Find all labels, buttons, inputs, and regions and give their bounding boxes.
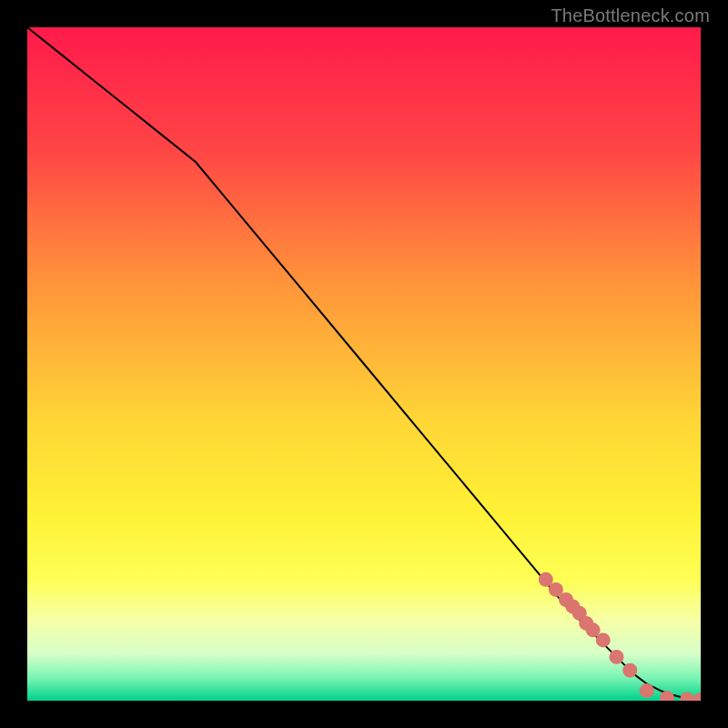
marker-dot <box>610 650 624 664</box>
marker-dot <box>640 683 654 698</box>
marker-dot <box>622 663 637 678</box>
chart-stage: TheBottleneck.com <box>0 0 728 728</box>
attribution-text: TheBottleneck.com <box>551 5 710 26</box>
marker-dot <box>596 632 611 647</box>
chart-plot <box>27 27 701 701</box>
